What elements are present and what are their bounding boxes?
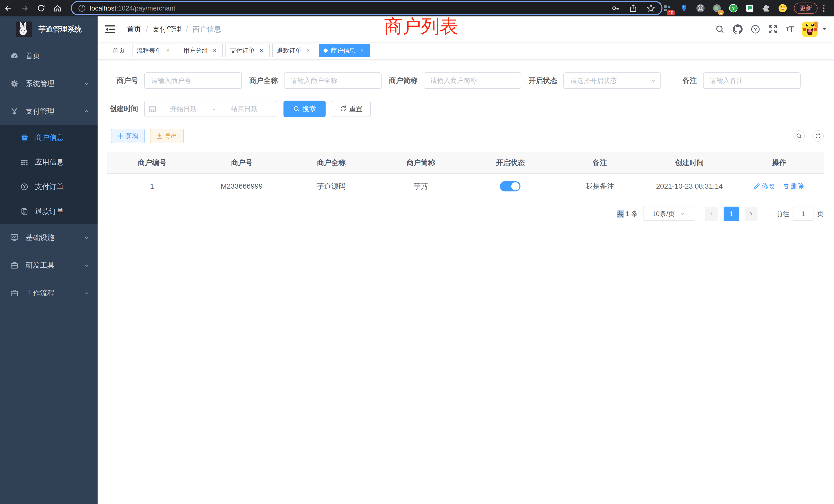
close-icon[interactable]: × [164,47,172,54]
delete-link[interactable]: 删除 [783,182,804,191]
sidebar-toggle-button[interactable] [97,17,123,42]
search-button[interactable]: 搜索 [284,100,326,117]
sidebar-item-refund-order[interactable]: 退款订单 [0,199,97,224]
user-avatar[interactable] [802,22,817,37]
annotation-title: 商户列表 [384,17,458,36]
monitor-icon [10,233,19,242]
top-navbar: 首页 / 支付管理 / 商户信息 商户列表 ? [97,17,834,42]
remark-input[interactable] [703,72,800,89]
extension-circle-icon[interactable]: 1 [709,0,725,17]
next-page-button[interactable] [745,207,758,221]
date-end[interactable]: 结束日期 [217,105,272,113]
sidebar-item-payment[interactable]: 支付管理 [0,97,97,125]
browser-reload-button[interactable] [33,0,49,17]
extension-badge: 10 [667,10,675,16]
export-button[interactable]: 导出 [150,129,184,143]
extension-command-icon[interactable] [692,0,709,17]
close-icon[interactable]: × [305,47,312,54]
avatar-caret-icon[interactable] [822,28,827,31]
status-toggle[interactable] [500,181,521,191]
close-icon[interactable]: × [211,47,218,54]
status-select[interactable]: 请选择开启状态 [563,72,661,89]
bookmark-star-icon[interactable] [646,4,655,13]
browser-update-button[interactable]: 更新 [794,3,817,14]
edit-link[interactable]: 修改 [754,182,775,191]
tag-merchant-info[interactable]: 商户信息× [319,44,370,57]
extension-chat-icon[interactable] [742,0,758,17]
sidebar-logo[interactable]: 芋道管理系统 [0,17,97,42]
sidebar-item-workflow[interactable]: 工作流程 [0,279,97,307]
col-remark: 备注 [555,152,645,174]
chevron-down-icon [84,290,89,296]
browser-home-button[interactable] [49,0,66,17]
cell-merchant-no: M233666999 [197,174,287,199]
sidebar-item-infrastructure[interactable]: 基础设施 [0,224,97,251]
close-icon[interactable]: × [358,47,366,54]
sidebar-item-merchant-info[interactable]: 商户信息 [0,125,97,150]
extension-badge-2: 1 [718,10,724,15]
tag-pay-order[interactable]: 支付订单× [225,44,270,57]
col-create-time: 创建时间 [645,152,734,174]
app-title: 芋道管理系统 [39,24,82,34]
share-icon[interactable] [629,4,637,12]
page-number-1[interactable]: 1 [724,207,739,221]
fullscreen-icon[interactable] [764,25,782,34]
sidebar-item-app-info[interactable]: 应用信息 [0,150,97,175]
breadcrumb-home[interactable]: 首页 [127,24,141,34]
password-key-icon[interactable] [611,4,620,13]
col-short-name: 商户简称 [376,152,465,174]
active-dot [324,48,328,53]
extension-emoji-icon[interactable] [774,0,791,17]
full-name-input[interactable] [284,72,381,89]
page-size-select[interactable]: 10条/页 [643,207,694,221]
cell-full-name: 芋道源码 [287,174,376,199]
extension-puzzle-icon[interactable] [758,0,774,17]
extension-tasks-icon[interactable]: 10 [659,0,676,17]
font-size-icon[interactable]: TT [782,25,798,34]
add-button[interactable]: 新增 [111,129,145,143]
close-icon[interactable]: × [258,47,265,54]
tag-process-form[interactable]: 流程表单× [132,44,176,57]
merchant-no-input[interactable] [144,72,242,89]
github-icon[interactable] [729,24,747,34]
info-icon[interactable] [78,4,86,12]
sidebar-item-system[interactable]: 系统管理 [0,70,97,97]
hide-search-button[interactable] [793,130,805,142]
sidebar-item-dev-tools[interactable]: 研发工具 [0,251,97,279]
filter-row-1: 商户号 商户全称 商户简称 开启状态 请选择开启状态 [107,72,824,89]
browser-menu-icon[interactable] [818,5,829,12]
refresh-button[interactable] [812,130,824,142]
date-start[interactable]: 开始日期 [156,105,211,113]
table-tools [786,130,824,142]
tag-refund-order[interactable]: 退款订单× [272,44,316,57]
browser-chrome: localhost:1024/pay/merchant 10 [0,0,834,17]
extension-y-icon[interactable]: Y [725,0,742,17]
goto-page-input[interactable] [793,207,813,221]
cell-merchant-id: 1 [107,174,197,199]
svg-text:?: ? [754,27,757,32]
reset-button[interactable]: 重置 [332,100,371,117]
tag-user-group[interactable]: 用户分组× [179,44,223,57]
date-range-picker[interactable]: 开始日期 - 结束日期 [144,100,276,117]
prev-page-button[interactable] [705,207,718,221]
browser-forward-button[interactable] [17,0,33,17]
help-icon[interactable]: ? [747,25,764,34]
tag-home[interactable]: 首页 [108,44,129,57]
breadcrumb-payment[interactable]: 支付管理 [153,24,181,34]
sidebar-item-pay-order[interactable]: 支付订单 [0,175,97,199]
table-row: 1 M233666999 芋道源码 芋艿 我是备注 2021-10-23 08:… [107,174,824,199]
sidebar-item-home[interactable]: 首页 [0,42,97,70]
extension-pin-icon[interactable] [676,0,692,17]
url-path: :1024/pay/merchant [116,4,175,12]
breadcrumb-current: 商户信息 [193,24,221,34]
logo-rabbit-avatar [16,22,32,37]
search-icon[interactable] [711,25,729,34]
sidebar: 芋道管理系统 首页 系统管理 支付管理 [0,17,97,504]
coin-yen-icon [21,183,28,191]
dashboard-icon [10,52,19,60]
short-name-input[interactable] [424,72,521,89]
edit-icon [754,183,760,189]
browser-back-button[interactable] [0,0,17,17]
address-bar[interactable]: localhost:1024/pay/merchant [71,1,662,16]
filter-full-name: 商户全称 [247,72,381,89]
